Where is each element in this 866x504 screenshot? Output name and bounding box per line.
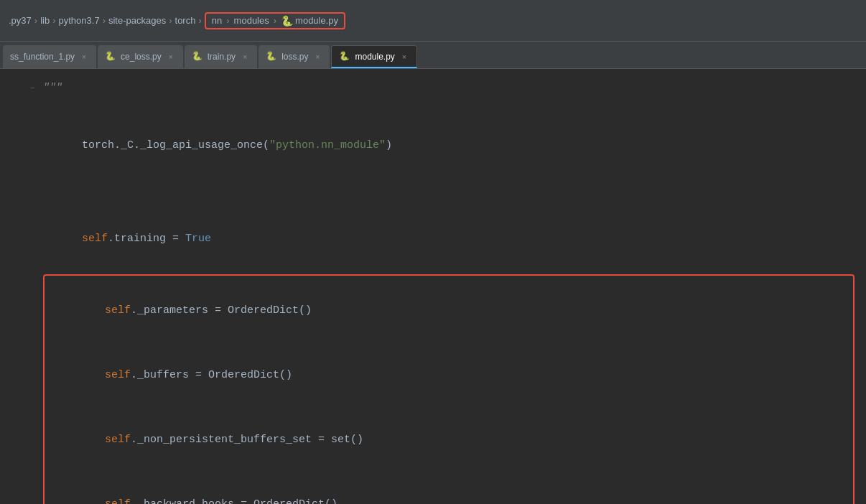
tab-bar: ss_function_1.py × 🐍 ce_loss.py × 🐍 trai… — [0, 42, 866, 69]
sep3: › — [103, 15, 106, 26]
empty-line-3 — [0, 192, 866, 207]
breadcrumb-label-0: .py37 — [9, 15, 32, 26]
code-parameters: self._parameters = OrderedDict() — [53, 279, 312, 343]
breadcrumb-lib[interactable]: lib — [40, 15, 50, 26]
tab-module[interactable]: 🐍 module.py × — [331, 45, 416, 68]
breadcrumb-label-3: site-packages — [108, 15, 166, 26]
code-triple-quote: """ — [43, 78, 62, 99]
breadcrumb-bar: .py37 › lib › python3.7 › site-packages … — [0, 0, 866, 42]
breadcrumb-highlighted-section[interactable]: nn › modules › 🐍 module.py — [205, 12, 345, 29]
code-self-training: self.training = True — [43, 207, 211, 271]
tab-ss-function-close[interactable]: × — [79, 52, 89, 62]
breadcrumb-module-py[interactable]: 🐍 module.py — [281, 15, 338, 27]
tab-train-close[interactable]: × — [240, 52, 250, 62]
code-line-training: self.training = True — [0, 207, 866, 271]
tab-train-icon: 🐍 — [192, 51, 203, 62]
tab-ce-loss[interactable]: 🐍 ce_loss.py × — [98, 45, 183, 68]
tab-loss-icon: 🐍 — [266, 51, 277, 62]
tab-module-icon: 🐍 — [339, 51, 350, 62]
code-line-buffers: self._buffers = OrderedDict() — [45, 343, 853, 408]
empty-line-2 — [0, 178, 866, 192]
tab-ss-function-label: ss_function_1.py — [10, 52, 75, 62]
breadcrumb-site-packages[interactable]: site-packages — [108, 15, 166, 26]
tab-module-label: module.py — [355, 52, 394, 62]
sep1: › — [34, 15, 37, 26]
breadcrumb-modules[interactable]: modules — [234, 15, 269, 26]
sep5: › — [198, 15, 201, 26]
sep7: › — [274, 15, 276, 26]
breadcrumb-label-5: nn — [212, 15, 222, 26]
code-line-non-persistent: self._non_persistent_buffers_set = set() — [45, 408, 853, 472]
tab-ce-loss-label: ce_loss.py — [121, 52, 162, 62]
code-line-triple-quote: − """ — [0, 78, 866, 99]
python-file-icon: 🐍 — [281, 15, 292, 27]
tab-loss[interactable]: 🐍 loss.py × — [259, 45, 330, 68]
empty-line-1 — [0, 99, 866, 113]
tab-train[interactable]: 🐍 train.py × — [185, 45, 257, 68]
tab-module-close[interactable]: × — [399, 52, 409, 62]
breadcrumb-label-2: python3.7 — [59, 15, 100, 26]
sep2: › — [52, 15, 55, 26]
breadcrumb-torch[interactable]: torch — [175, 15, 196, 26]
breadcrumb-python37[interactable]: python3.7 — [59, 15, 100, 26]
sep6: › — [226, 15, 229, 26]
red-outline-box: self._parameters = OrderedDict() self._b… — [43, 274, 855, 504]
tab-loss-close[interactable]: × — [312, 52, 322, 62]
tab-ss-function[interactable]: ss_function_1.py × — [3, 45, 96, 68]
tab-train-label: train.py — [208, 52, 236, 62]
code-line-backward-hooks: self._backward_hooks = OrderedDict() — [45, 472, 853, 504]
breadcrumb-label-6: modules — [234, 15, 269, 26]
code-line-parameters: self._parameters = OrderedDict() — [45, 279, 853, 343]
breadcrumb-label-4: torch — [175, 15, 196, 26]
fold-icon-1[interactable]: − — [30, 78, 35, 99]
tab-ce-loss-close[interactable]: × — [166, 52, 176, 62]
code-non-persistent: self._non_persistent_buffers_set = set() — [53, 408, 363, 472]
code-torch-call: torch._C._log_api_usage_once("python.nn_… — [43, 113, 392, 178]
breadcrumb-nn[interactable]: nn — [212, 15, 222, 26]
code-line-torch-call: torch._C._log_api_usage_once("python.nn_… — [0, 113, 866, 178]
breadcrumb-label-1: lib — [40, 15, 50, 26]
breadcrumb-py37[interactable]: .py37 — [9, 15, 32, 26]
code-buffers: self._buffers = OrderedDict() — [53, 343, 292, 408]
tab-ce-loss-icon: 🐍 — [105, 51, 116, 62]
tab-loss-label: loss.py — [281, 52, 308, 62]
code-editor[interactable]: − """ torch._C._log_api_usage_once("pyth… — [0, 69, 866, 504]
breadcrumb-label-7: module.py — [295, 15, 338, 26]
code-backward-hooks: self._backward_hooks = OrderedDict() — [53, 472, 337, 504]
sep4: › — [169, 15, 172, 26]
